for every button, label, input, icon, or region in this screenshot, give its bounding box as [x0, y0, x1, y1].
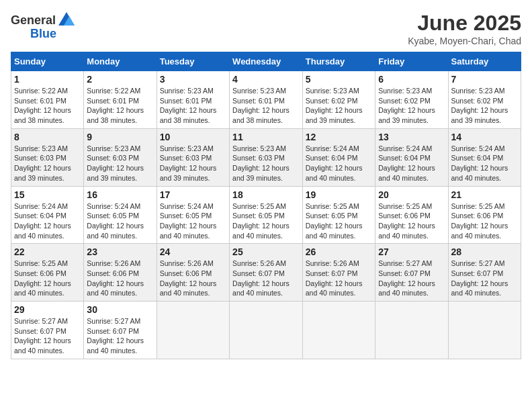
- day-number: 30: [87, 304, 153, 315]
- day-detail: Sunrise: 5:25 AMSunset: 6:05 PMDaylight:…: [306, 201, 372, 241]
- day-detail: Sunrise: 5:22 AMSunset: 6:01 PMDaylight:…: [14, 86, 81, 126]
- day-detail: Sunrise: 5:24 AMSunset: 6:05 PMDaylight:…: [87, 201, 153, 241]
- day-number: 8: [14, 132, 81, 142]
- day-detail: Sunrise: 5:23 AMSunset: 6:02 PMDaylight:…: [378, 86, 445, 126]
- calendar-cell: 11Sunrise: 5:23 AMSunset: 6:03 PMDayligh…: [230, 128, 303, 186]
- day-detail: Sunrise: 5:27 AMSunset: 6:07 PMDaylight:…: [87, 316, 153, 356]
- logo: General Blue: [11, 11, 76, 41]
- calendar-cell: 6Sunrise: 5:23 AMSunset: 6:02 PMDaylight…: [375, 71, 448, 129]
- calendar-week-row: 29Sunrise: 5:27 AMSunset: 6:07 PMDayligh…: [11, 302, 521, 359]
- calendar-cell: 12Sunrise: 5:24 AMSunset: 6:04 PMDayligh…: [302, 128, 375, 186]
- day-detail: Sunrise: 5:24 AMSunset: 6:04 PMDaylight:…: [306, 144, 372, 183]
- day-detail: Sunrise: 5:23 AMSunset: 6:02 PMDaylight:…: [451, 86, 519, 126]
- calendar-cell: 18Sunrise: 5:25 AMSunset: 6:05 PMDayligh…: [230, 186, 303, 244]
- calendar-cell: 2Sunrise: 5:22 AMSunset: 6:01 PMDaylight…: [84, 71, 157, 129]
- title-area: June 2025 Kyabe, Moyen-Chari, Chad: [408, 11, 521, 46]
- day-number: 28: [451, 246, 519, 257]
- day-number: 5: [306, 74, 372, 85]
- day-number: 9: [87, 132, 153, 142]
- calendar-cell: 13Sunrise: 5:24 AMSunset: 6:04 PMDayligh…: [375, 128, 448, 186]
- calendar-cell: 30Sunrise: 5:27 AMSunset: 6:07 PMDayligh…: [84, 302, 157, 359]
- day-number: 23: [87, 246, 153, 257]
- header-day: Friday: [375, 52, 448, 71]
- day-number: 25: [232, 246, 300, 257]
- calendar-cell: 22Sunrise: 5:25 AMSunset: 6:06 PMDayligh…: [11, 244, 84, 302]
- calendar-cell: [302, 302, 375, 359]
- calendar-cell: 28Sunrise: 5:27 AMSunset: 6:07 PMDayligh…: [448, 244, 521, 302]
- day-detail: Sunrise: 5:23 AMSunset: 6:03 PMDaylight:…: [232, 144, 300, 183]
- day-number: 26: [306, 246, 372, 257]
- calendar-cell: 15Sunrise: 5:24 AMSunset: 6:04 PMDayligh…: [11, 186, 84, 244]
- calendar-cell: 10Sunrise: 5:23 AMSunset: 6:03 PMDayligh…: [157, 128, 229, 186]
- calendar-cell: 9Sunrise: 5:23 AMSunset: 6:03 PMDaylight…: [84, 128, 157, 186]
- day-number: 11: [232, 132, 300, 142]
- calendar-cell: [230, 302, 303, 359]
- day-number: 15: [14, 189, 81, 200]
- day-number: 19: [306, 189, 372, 200]
- day-detail: Sunrise: 5:27 AMSunset: 6:07 PMDaylight:…: [14, 316, 81, 356]
- calendar-cell: 8Sunrise: 5:23 AMSunset: 6:03 PMDaylight…: [11, 128, 84, 186]
- calendar-cell: [157, 302, 229, 359]
- day-detail: Sunrise: 5:23 AMSunset: 6:03 PMDaylight:…: [14, 144, 81, 183]
- day-detail: Sunrise: 5:24 AMSunset: 6:04 PMDaylight:…: [378, 144, 445, 183]
- day-number: 27: [378, 246, 445, 257]
- day-detail: Sunrise: 5:27 AMSunset: 6:07 PMDaylight:…: [378, 259, 445, 298]
- calendar-cell: 26Sunrise: 5:26 AMSunset: 6:07 PMDayligh…: [302, 244, 375, 302]
- calendar-cell: 4Sunrise: 5:23 AMSunset: 6:01 PMDaylight…: [230, 71, 303, 129]
- calendar-cell: 14Sunrise: 5:24 AMSunset: 6:04 PMDayligh…: [448, 128, 521, 186]
- calendar-cell: [375, 302, 448, 359]
- header-day: Saturday: [448, 52, 521, 71]
- header-day: Thursday: [302, 52, 375, 71]
- calendar-cell: 21Sunrise: 5:25 AMSunset: 6:06 PMDayligh…: [448, 186, 521, 244]
- header: General Blue June 2025 Kyabe, Moyen-Char…: [11, 11, 521, 46]
- day-number: 12: [306, 132, 372, 142]
- calendar-week-row: 15Sunrise: 5:24 AMSunset: 6:04 PMDayligh…: [11, 186, 521, 244]
- day-number: 29: [14, 304, 81, 315]
- day-detail: Sunrise: 5:23 AMSunset: 6:02 PMDaylight:…: [306, 86, 372, 126]
- day-number: 4: [232, 74, 300, 85]
- day-detail: Sunrise: 5:26 AMSunset: 6:07 PMDaylight:…: [306, 259, 372, 298]
- day-detail: Sunrise: 5:22 AMSunset: 6:01 PMDaylight:…: [87, 86, 153, 126]
- day-detail: Sunrise: 5:26 AMSunset: 6:07 PMDaylight:…: [232, 259, 300, 298]
- calendar-week-row: 1Sunrise: 5:22 AMSunset: 6:01 PMDaylight…: [11, 71, 521, 129]
- calendar-cell: 5Sunrise: 5:23 AMSunset: 6:02 PMDaylight…: [302, 71, 375, 129]
- day-detail: Sunrise: 5:25 AMSunset: 6:05 PMDaylight:…: [232, 201, 300, 241]
- day-detail: Sunrise: 5:26 AMSunset: 6:06 PMDaylight:…: [87, 259, 153, 298]
- day-detail: Sunrise: 5:25 AMSunset: 6:06 PMDaylight:…: [378, 201, 445, 241]
- day-number: 10: [160, 132, 226, 142]
- calendar-cell: 19Sunrise: 5:25 AMSunset: 6:05 PMDayligh…: [302, 186, 375, 244]
- calendar-cell: 25Sunrise: 5:26 AMSunset: 6:07 PMDayligh…: [230, 244, 303, 302]
- calendar-cell: 16Sunrise: 5:24 AMSunset: 6:05 PMDayligh…: [84, 186, 157, 244]
- day-detail: Sunrise: 5:23 AMSunset: 6:01 PMDaylight:…: [160, 86, 226, 126]
- calendar-cell: 20Sunrise: 5:25 AMSunset: 6:06 PMDayligh…: [375, 186, 448, 244]
- calendar-cell: 24Sunrise: 5:26 AMSunset: 6:06 PMDayligh…: [157, 244, 229, 302]
- day-number: 20: [378, 189, 445, 200]
- calendar-cell: 17Sunrise: 5:24 AMSunset: 6:05 PMDayligh…: [157, 186, 229, 244]
- day-detail: Sunrise: 5:24 AMSunset: 6:04 PMDaylight:…: [14, 201, 81, 241]
- day-number: 22: [14, 246, 81, 257]
- logo-blue: Blue: [30, 27, 56, 41]
- header-day: Monday: [84, 52, 157, 71]
- logo-icon: [57, 11, 76, 30]
- header-day: Tuesday: [157, 52, 229, 71]
- calendar-table: SundayMondayTuesdayWednesdayThursdayFrid…: [11, 52, 521, 359]
- day-detail: Sunrise: 5:26 AMSunset: 6:06 PMDaylight:…: [160, 259, 226, 298]
- calendar-cell: 29Sunrise: 5:27 AMSunset: 6:07 PMDayligh…: [11, 302, 84, 359]
- calendar-cell: 23Sunrise: 5:26 AMSunset: 6:06 PMDayligh…: [84, 244, 157, 302]
- logo-general: General: [11, 13, 56, 28]
- header-day: Sunday: [11, 52, 84, 71]
- day-number: 3: [160, 74, 226, 85]
- month-title: June 2025: [408, 11, 521, 36]
- day-number: 24: [160, 246, 226, 257]
- day-detail: Sunrise: 5:23 AMSunset: 6:03 PMDaylight:…: [87, 144, 153, 183]
- day-detail: Sunrise: 5:25 AMSunset: 6:06 PMDaylight:…: [451, 201, 519, 241]
- day-number: 18: [232, 189, 300, 200]
- day-number: 16: [87, 189, 153, 200]
- day-detail: Sunrise: 5:25 AMSunset: 6:06 PMDaylight:…: [14, 259, 81, 298]
- calendar-week-row: 22Sunrise: 5:25 AMSunset: 6:06 PMDayligh…: [11, 244, 521, 302]
- calendar-week-row: 8Sunrise: 5:23 AMSunset: 6:03 PMDaylight…: [11, 128, 521, 186]
- day-number: 13: [378, 132, 445, 142]
- calendar-cell: 7Sunrise: 5:23 AMSunset: 6:02 PMDaylight…: [448, 71, 521, 129]
- day-number: 7: [451, 74, 519, 85]
- header-day: Wednesday: [230, 52, 303, 71]
